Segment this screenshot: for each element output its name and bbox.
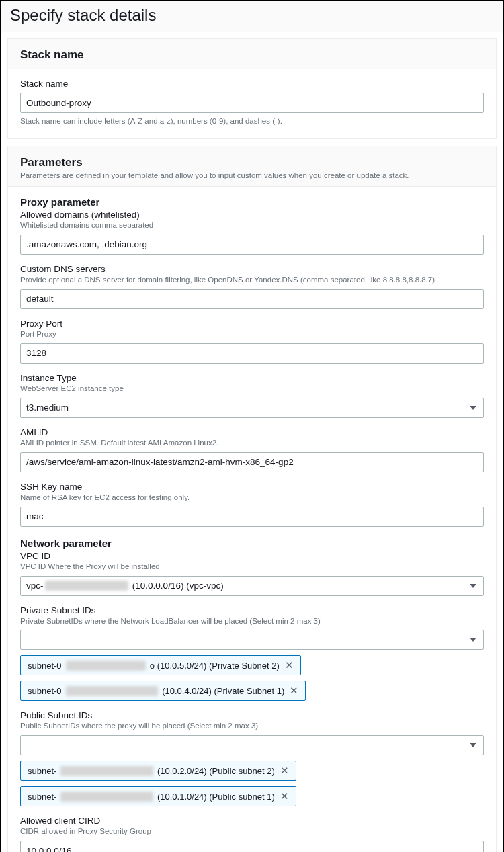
parameters-header: Parameters Parameters are defined in you…	[8, 146, 496, 187]
instance-type-field: Instance Type WebServer EC2 instance typ…	[20, 373, 484, 418]
private-subnets-label: Private Subnet IDs	[20, 605, 484, 615]
ami-id-input[interactable]	[20, 452, 484, 472]
ssh-key-help: Name of RSA key for EC2 access for testi…	[20, 493, 484, 503]
close-icon[interactable]: ✕	[288, 685, 300, 697]
ssh-key-label: SSH Key name	[20, 482, 484, 492]
stack-name-help: Stack name can include letters (A-Z and …	[20, 116, 484, 126]
ssh-key-field: SSH Key name Name of RSA key for EC2 acc…	[20, 482, 484, 527]
private-subnets-field: Private Subnet IDs Private SubnetIDs whe…	[20, 605, 484, 701]
custom-dns-input[interactable]	[20, 289, 484, 309]
ami-id-help: AMI ID pointer in SSM. Default latest AM…	[20, 438, 484, 448]
instance-type-value: t3.medium	[26, 402, 69, 413]
public-subnet-chip: subnet-XXXXXXXXXXXXXXX (10.0.2.0/24) (Pu…	[20, 761, 296, 781]
private-subnets-select[interactable]	[20, 630, 484, 650]
stack-name-label: Stack name	[20, 79, 484, 89]
network-section-title: Network parameter	[20, 538, 484, 549]
page-container: Specify stack details Stack name Stack n…	[0, 0, 504, 852]
allowed-domains-help: Whitelisted domains comma separated	[20, 220, 484, 230]
custom-dns-help: Provide optional a DNS server for domain…	[20, 275, 484, 285]
stack-name-input[interactable]	[20, 93, 484, 113]
chevron-down-icon	[470, 584, 476, 588]
proxy-section-title: Proxy parameter	[20, 196, 484, 208]
public-subnets-select[interactable]	[20, 735, 484, 755]
public-subnets-chips: subnet-XXXXXXXXXXXXXXX (10.0.2.0/24) (Pu…	[20, 761, 484, 806]
allowed-cidr-field: Allowed client CIRD CIDR allowed in Prox…	[20, 816, 484, 852]
chevron-down-icon	[470, 406, 476, 410]
instance-type-help: WebServer EC2 instance type	[20, 384, 484, 394]
close-icon[interactable]: ✕	[279, 765, 290, 777]
parameters-heading: Parameters	[20, 156, 484, 169]
proxy-port-field: Proxy Port Port Proxy	[20, 318, 484, 364]
proxy-port-help: Port Proxy	[20, 329, 484, 339]
stack-name-field: Stack name Stack name can include letter…	[20, 79, 484, 126]
close-icon[interactable]: ✕	[284, 659, 295, 671]
private-subnet-chip: subnet-0XXXXXXXXXXXXXXX (10.0.4.0/24) (P…	[20, 681, 306, 701]
chevron-down-icon	[470, 638, 476, 642]
private-subnets-chips: subnet-0XXXXXXXXXXXXXo (10.0.5.0/24) (Pr…	[20, 655, 484, 701]
stack-name-header: Stack name	[8, 39, 496, 69]
public-subnets-field: Public Subnet IDs Public SubnetIDs where…	[20, 710, 484, 806]
vpc-id-field: VPC ID VPC ID Where the Proxy will be in…	[20, 551, 484, 596]
public-subnets-label: Public Subnet IDs	[20, 710, 484, 720]
parameters-desc: Parameters are defined in your template …	[20, 171, 484, 179]
vpc-id-select[interactable]: vpc-eXXXXXXXXXXXXX (10.0.0.0/16) (vpc-vp…	[20, 576, 484, 596]
stack-name-body: Stack name Stack name can include letter…	[8, 69, 496, 138]
chevron-down-icon	[470, 743, 476, 747]
ami-id-label: AMI ID	[20, 427, 484, 437]
vpc-id-label: VPC ID	[20, 551, 484, 561]
public-subnets-help: Public SubnetIDs where the proxy will be…	[20, 721, 484, 731]
allowed-cidr-input[interactable]	[20, 841, 484, 852]
allowed-cidr-label: Allowed client CIRD	[20, 816, 484, 826]
proxy-port-input[interactable]	[20, 343, 484, 364]
custom-dns-field: Custom DNS servers Provide optional a DN…	[20, 264, 484, 309]
parameters-body: Proxy parameter Allowed domains (whiteli…	[8, 187, 496, 852]
private-subnets-help: Private SubnetIDs where the Network Load…	[20, 616, 484, 626]
vpc-id-help: VPC ID Where the Proxy will be installed	[20, 562, 484, 572]
close-icon[interactable]: ✕	[279, 790, 290, 802]
private-subnet-chip: subnet-0XXXXXXXXXXXXXo (10.0.5.0/24) (Pr…	[20, 655, 301, 675]
allowed-domains-input[interactable]	[20, 235, 484, 255]
stack-name-panel: Stack name Stack name Stack name can inc…	[7, 38, 497, 139]
public-subnet-chip: subnet-XXXXXXXXXXXXXXX (10.0.1.0/24) (Pu…	[20, 786, 296, 806]
stack-name-heading: Stack name	[20, 48, 484, 62]
vpc-id-value: vpc-eXXXXXXXXXXXXX (10.0.0.0/16) (vpc-vp…	[26, 581, 224, 591]
ssh-key-input[interactable]	[20, 507, 484, 527]
allowed-domains-field: Allowed domains (whitelisted) Whiteliste…	[20, 210, 484, 255]
ami-id-field: AMI ID AMI ID pointer in SSM. Default la…	[20, 427, 484, 472]
parameters-panel: Parameters Parameters are defined in you…	[7, 146, 497, 852]
allowed-cidr-help: CIDR allowed in Proxy Security Group	[20, 826, 484, 837]
instance-type-select[interactable]: t3.medium	[20, 398, 484, 418]
allowed-domains-label: Allowed domains (whitelisted)	[20, 210, 484, 220]
page-title: Specify stack details	[1, 1, 503, 32]
instance-type-label: Instance Type	[20, 373, 484, 383]
custom-dns-label: Custom DNS servers	[20, 264, 484, 274]
proxy-port-label: Proxy Port	[20, 318, 484, 329]
